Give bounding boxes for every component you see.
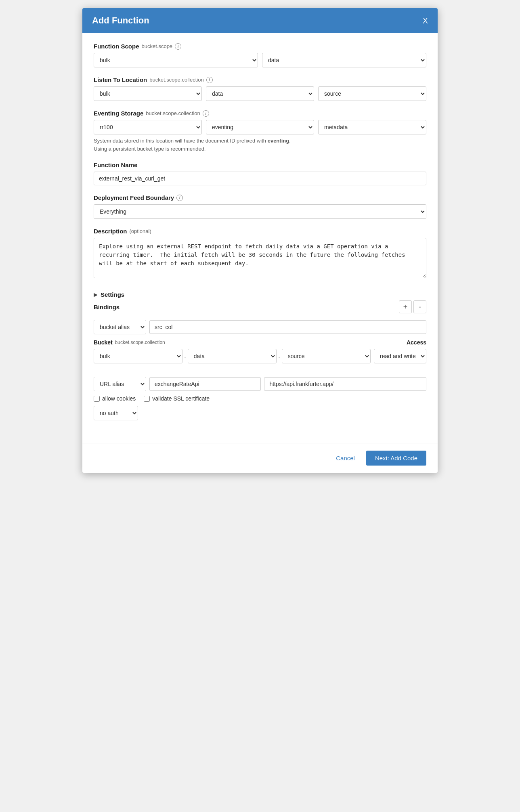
- eventing-storage-hint: System data stored in this location will…: [94, 137, 426, 153]
- validate-ssl-checkbox[interactable]: [144, 396, 150, 402]
- eventing-scope-dropdown: eventing: [206, 120, 314, 134]
- function-scope-info-icon: i: [175, 43, 181, 50]
- binding-1-bucket-section: Bucket bucket.scope.collection Access bu…: [94, 339, 426, 363]
- add-binding-button[interactable]: +: [399, 300, 412, 313]
- eventing-bucket-select[interactable]: rr100: [94, 120, 202, 134]
- function-scope-bucket-dropdown: bulk: [94, 53, 258, 67]
- eventing-collection-select[interactable]: metadata: [318, 120, 426, 134]
- binding-1-bucket-label: Bucket bucket.scope.collection: [94, 339, 165, 346]
- listen-scope-select[interactable]: data: [206, 86, 314, 101]
- binding-1-access-select[interactable]: read and write read only: [374, 349, 426, 363]
- function-name-section: Function Name: [94, 162, 426, 185]
- cancel-button[interactable]: Cancel: [329, 451, 361, 466]
- validate-ssl-label[interactable]: validate SSL certificate: [152, 395, 210, 402]
- description-label: Description (optional): [94, 228, 426, 235]
- function-name-label: Function Name: [94, 162, 426, 168]
- binding-1-access-label: Access: [407, 339, 426, 346]
- eventing-storage-section: Eventing Storage bucket.scope.collection…: [94, 110, 426, 153]
- binding-1: bucket alias URL alias Bucket bucket.sco…: [94, 320, 426, 363]
- eventing-collection-dropdown: metadata: [318, 120, 426, 134]
- binding-1-bucket-dropdowns: bulk . data . source: [94, 349, 371, 363]
- eventing-storage-label: Eventing Storage bucket.scope.collection…: [94, 110, 426, 117]
- binding-1-bucket-select[interactable]: bulk: [94, 349, 182, 363]
- function-scope-bucket-select[interactable]: bulk: [94, 53, 258, 67]
- deployment-feed-select[interactable]: Everything From Now From Beginning: [94, 204, 426, 219]
- eventing-bucket-dropdown: rr100: [94, 120, 202, 134]
- binding-2-checkbox-row: allow cookies validate SSL certificate: [94, 395, 426, 402]
- binding-2-auth-select[interactable]: no auth basic bearer: [94, 406, 138, 420]
- bindings-buttons: + -: [399, 300, 426, 313]
- remove-binding-button[interactable]: -: [413, 300, 426, 313]
- allow-cookies-label[interactable]: allow cookies: [102, 395, 136, 402]
- eventing-storage-info-icon: i: [203, 110, 209, 117]
- description-textarea[interactable]: Explore using an external REST endpoint …: [94, 238, 426, 278]
- listen-bucket-dropdown: bulk: [94, 86, 202, 101]
- modal-header: Add Function X: [82, 8, 438, 33]
- binding-1-dot1: .: [182, 352, 187, 360]
- listen-to-location-label: Listen To Location bucket.scope.collecti…: [94, 76, 426, 83]
- listen-bucket-select[interactable]: bulk: [94, 86, 202, 101]
- binding-1-alias-input[interactable]: [149, 320, 426, 334]
- function-scope-dropdowns: bulk data: [94, 53, 426, 67]
- listen-collection-dropdown: source: [318, 86, 426, 101]
- listen-collection-select[interactable]: source: [318, 86, 426, 101]
- binding-2-type-select[interactable]: bucket alias URL alias: [94, 377, 146, 391]
- validate-ssl-item: validate SSL certificate: [144, 395, 210, 402]
- function-scope-scope-dropdown: data: [262, 53, 426, 67]
- binding-1-bucket-access-row: bulk . data . source read: [94, 349, 426, 363]
- allow-cookies-checkbox[interactable]: [94, 396, 100, 402]
- settings-arrow-icon: ▶: [94, 292, 97, 298]
- binding-1-type-select[interactable]: bucket alias URL alias: [94, 320, 146, 334]
- listen-to-location-info-icon: i: [206, 77, 213, 83]
- allow-cookies-item: allow cookies: [94, 395, 136, 402]
- binding-2-url-row: bucket alias URL alias: [94, 377, 426, 391]
- deployment-feed-section: Deployment Feed Boundary i Everything Fr…: [94, 194, 426, 219]
- binding-1-bucket-header: Bucket bucket.scope.collection Access: [94, 339, 426, 346]
- bindings-section: Bindings + - bucket alias URL alias: [94, 300, 426, 420]
- add-function-modal: Add Function X Function Scope bucket.sco…: [82, 8, 438, 473]
- modal-footer: Cancel Next: Add Code: [82, 443, 438, 473]
- binding-2-alias-input[interactable]: [149, 377, 261, 391]
- binding-1-row: bucket alias URL alias: [94, 320, 426, 334]
- modal-body: Function Scope bucket.scope i bulk data: [82, 33, 438, 439]
- description-section: Description (optional) Explore using an …: [94, 228, 426, 280]
- bindings-divider: [94, 370, 426, 370]
- function-scope-section: Function Scope bucket.scope i bulk data: [94, 43, 426, 67]
- settings-label: Settings: [101, 291, 124, 298]
- listen-scope-dropdown: data: [206, 86, 314, 101]
- binding-2-url-input[interactable]: [264, 377, 426, 391]
- binding-1-collection-select[interactable]: source: [282, 349, 371, 363]
- modal-title: Add Function: [92, 15, 149, 26]
- deployment-feed-label: Deployment Feed Boundary i: [94, 194, 426, 201]
- settings-toggle[interactable]: ▶ Settings: [94, 289, 426, 300]
- deployment-feed-info-icon: i: [176, 195, 183, 201]
- listen-to-location-section: Listen To Location bucket.scope.collecti…: [94, 76, 426, 101]
- binding-1-dot2: .: [277, 352, 281, 360]
- bindings-title: Bindings: [94, 304, 120, 311]
- function-scope-label: Function Scope bucket.scope i: [94, 43, 426, 50]
- binding-2: bucket alias URL alias allow cookies val…: [94, 377, 426, 420]
- next-add-code-button[interactable]: Next: Add Code: [366, 451, 426, 466]
- eventing-storage-dropdowns: rr100 eventing metadata: [94, 120, 426, 134]
- binding-1-scope-select[interactable]: data: [188, 349, 277, 363]
- bindings-header: Bindings + -: [94, 300, 426, 313]
- listen-to-location-dropdowns: bulk data source: [94, 86, 426, 101]
- function-name-input[interactable]: [94, 172, 426, 185]
- modal-close-button[interactable]: X: [423, 17, 428, 25]
- function-scope-scope-select[interactable]: data: [262, 53, 426, 67]
- eventing-scope-select[interactable]: eventing: [206, 120, 314, 134]
- binding-2-auth-row: no auth basic bearer: [94, 406, 426, 420]
